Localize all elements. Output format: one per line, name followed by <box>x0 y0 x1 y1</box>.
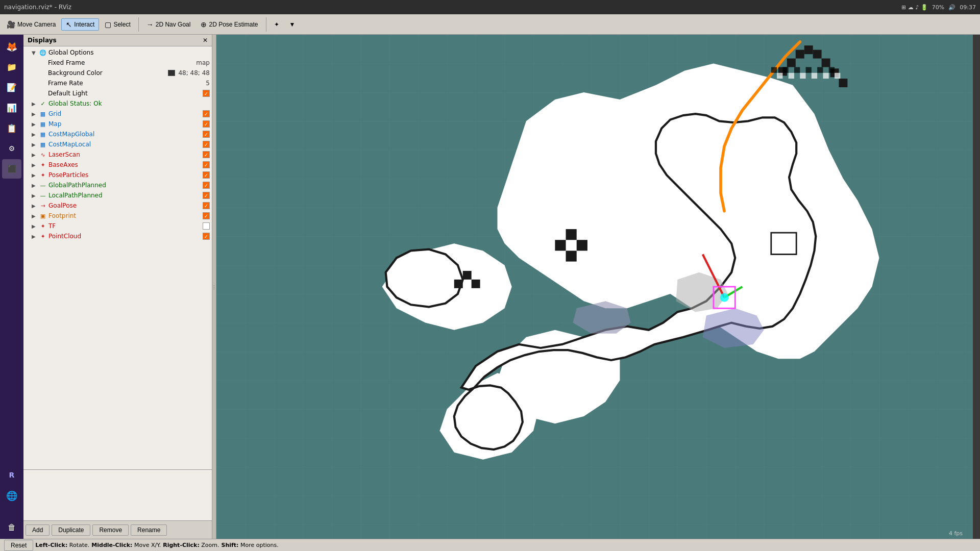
svg-rect-40 <box>823 73 828 79</box>
toggle-laser_scan[interactable]: ▶ <box>32 152 39 158</box>
duplicate-button[interactable]: Duplicate <box>52 524 90 536</box>
svg-rect-18 <box>577 240 587 251</box>
select-icon: ▢ <box>105 20 111 29</box>
toolbar: 🎥 Move Camera ↖ Interact ▢ Select → 2D N… <box>0 14 980 35</box>
tree-item-grid[interactable]: ▶▦Grid✓ <box>23 109 212 119</box>
tree-item-global_status[interactable]: ▶✓Global Status: Ok <box>23 98 212 109</box>
tree-item-laser_scan[interactable]: ▶∿LaserScan✓ <box>23 149 212 160</box>
toggle-goal_pose[interactable]: ▶ <box>32 203 39 209</box>
svg-rect-23 <box>771 233 796 254</box>
app-icon-chrome[interactable]: 🌐 <box>2 486 21 505</box>
toggle-point_cloud[interactable]: ▶ <box>32 234 39 239</box>
checkbox-map[interactable]: ✓ <box>203 120 210 128</box>
titlebar: navigation.rviz* - RViz ⊞ ☁ ♪ 🔋 70% 🔊 09… <box>0 0 980 14</box>
svg-rect-20 <box>454 280 463 288</box>
app-icon-files[interactable]: 📁 <box>2 57 21 77</box>
toggle-costmap_global[interactable]: ▶ <box>32 132 39 137</box>
reset-button[interactable]: Reset <box>4 540 33 551</box>
toggle-global_path[interactable]: ▶ <box>32 183 39 188</box>
checkbox-costmap_global[interactable]: ✓ <box>203 131 210 138</box>
tree-item-goal_pose[interactable]: ▶→GoalPose✓ <box>23 201 212 211</box>
bg-color-label: Background Color <box>48 69 168 77</box>
icon-base_axes: ✦ <box>39 161 47 169</box>
interact-button[interactable]: ↖ Interact <box>61 18 99 31</box>
bg-color-swatch[interactable] <box>168 70 175 76</box>
icon-goal_pose: → <box>39 202 47 210</box>
toggle-grid[interactable]: ▶ <box>32 111 39 117</box>
app-icon-rviz[interactable]: R <box>2 465 21 485</box>
tree-item-costmap_local[interactable]: ▶▦CostMapLocal✓ <box>23 139 212 149</box>
toggle-tf[interactable]: ▶ <box>32 223 39 229</box>
right-scrollbar[interactable] <box>973 35 980 539</box>
dropdown-button[interactable]: ▼ <box>285 19 300 30</box>
default-light-checkbox[interactable]: ✓ <box>203 90 210 97</box>
tree-item-pose_particles[interactable]: ▶✦PoseParticles✓ <box>23 170 212 180</box>
icon-local_path: — <box>39 191 47 199</box>
frame-rate-label: Frame Rate <box>48 80 204 87</box>
checkbox-costmap_local[interactable]: ✓ <box>203 141 210 148</box>
toggle-costmap_local[interactable]: ▶ <box>32 142 39 147</box>
checkbox-point_cloud[interactable]: ✓ <box>203 233 210 240</box>
middle-click-key: Middle-Click: <box>91 542 132 548</box>
app-sidebar: 🦊 📁 📝 📊 📋 ⚙ ⬛ R 🌐 🗑 <box>0 35 23 539</box>
tree-item-fixed-frame: Fixed Frame map <box>23 58 212 68</box>
toggle-pose_particles[interactable]: ▶ <box>32 172 39 178</box>
app-icon-presentation[interactable]: 📋 <box>2 118 21 138</box>
fps-display: 4 fps <box>949 530 963 537</box>
toggle-local_path[interactable]: ▶ <box>32 193 39 198</box>
label-laser_scan: LaserScan <box>48 151 201 158</box>
extra-tool-button[interactable]: ✦ <box>270 19 284 30</box>
select-button[interactable]: ▢ Select <box>100 18 135 31</box>
svg-rect-13 <box>839 79 847 87</box>
svg-rect-31 <box>771 67 777 73</box>
icon-global_status: ✓ <box>39 99 47 108</box>
checkbox-grid[interactable]: ✓ <box>203 110 210 117</box>
tree-item-footprint[interactable]: ▶▣Footprint✓ <box>23 211 212 221</box>
tree-item-base_axes[interactable]: ▶✦BaseAxes✓ <box>23 160 212 170</box>
tree-item-global-options[interactable]: ▼ 🌐 Global Options <box>23 47 212 58</box>
nav-goal-button[interactable]: → 2D Nav Goal <box>142 18 195 31</box>
checkbox-base_axes[interactable]: ✓ <box>203 161 210 168</box>
nav-goal-icon: → <box>146 20 154 29</box>
move-camera-button[interactable]: 🎥 Move Camera <box>2 18 60 31</box>
toggle-global-options[interactable]: ▼ <box>32 50 39 56</box>
tree-item-costmap_global[interactable]: ▶▦CostMapGlobal✓ <box>23 129 212 139</box>
tree-item-tf[interactable]: ▶✦TF <box>23 221 212 231</box>
displays-close-icon[interactable]: ✕ <box>203 37 208 44</box>
checkbox-pose_particles[interactable]: ✓ <box>203 171 210 179</box>
checkbox-tf[interactable] <box>203 222 210 230</box>
pose-estimate-button[interactable]: ⊕ 2D Pose Estimate <box>196 18 262 31</box>
app-icon-terminal[interactable]: ⬛ <box>2 159 21 179</box>
app-icon-notes[interactable]: 📝 <box>2 78 21 97</box>
tree-item-local_path[interactable]: ▶—LocalPathPlanned✓ <box>23 190 212 201</box>
checkbox-global_path[interactable]: ✓ <box>203 182 210 189</box>
checkbox-laser_scan[interactable]: ✓ <box>203 151 210 158</box>
add-button[interactable]: Add <box>26 524 50 536</box>
toggle-base_axes[interactable]: ▶ <box>32 162 39 168</box>
resize-icon: ⋮ <box>212 284 217 290</box>
camera-icon: 🎥 <box>7 20 15 29</box>
middle-click-action: Move X/Y. <box>134 542 161 548</box>
toggle-footprint[interactable]: ▶ <box>32 213 39 219</box>
remove-button[interactable]: Remove <box>92 524 129 536</box>
tree-item-point_cloud[interactable]: ▶✦PointCloud✓ <box>23 231 212 241</box>
app-icon-firefox[interactable]: 🦊 <box>2 37 21 56</box>
resize-handle[interactable]: ⋮ <box>212 35 216 539</box>
rename-button[interactable]: Rename <box>131 524 167 536</box>
tree-item-global_path[interactable]: ▶—GlobalPathPlanned✓ <box>23 180 212 190</box>
svg-rect-42 <box>835 73 840 79</box>
app-icon-trash[interactable]: 🗑 <box>2 517 21 537</box>
tree-item-map[interactable]: ▶▦Map✓ <box>23 119 212 129</box>
displays-header: Displays ✕ <box>23 35 212 46</box>
app-icon-settings[interactable]: ⚙ <box>2 139 21 158</box>
app-icon-spreadsheet[interactable]: 📊 <box>2 98 21 117</box>
tree-item-default-light: Default Light ✓ <box>23 88 212 98</box>
toggle-global_status[interactable]: ▶ <box>32 101 39 107</box>
viewport-3d[interactable]: 4 fps <box>216 35 973 539</box>
checkbox-local_path[interactable]: ✓ <box>203 192 210 199</box>
displays-content[interactable]: ▼ 🌐 Global Options Fixed Frame map Backg… <box>23 46 212 469</box>
toggle-map[interactable]: ▶ <box>32 121 39 127</box>
checkbox-goal_pose[interactable]: ✓ <box>203 202 210 209</box>
checkbox-footprint[interactable]: ✓ <box>203 212 210 219</box>
icon-tf: ✦ <box>39 222 47 230</box>
